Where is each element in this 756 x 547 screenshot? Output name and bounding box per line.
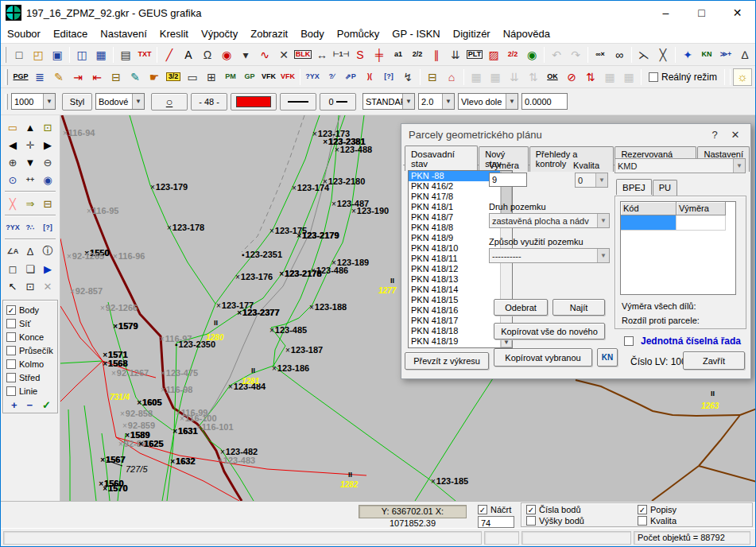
vfk-export-button[interactable]: VFK <box>278 68 297 86</box>
najit-button[interactable]: Najít <box>552 299 605 316</box>
vymera-input[interactable]: 9 <box>489 173 527 187</box>
text-position-combo[interactable]: Vlevo dole▼ <box>458 93 518 110</box>
menu-zobrazit[interactable]: Zobrazit <box>244 25 294 42</box>
snap-body[interactable]: ✓Body <box>6 303 56 316</box>
dialog-title-bar[interactable]: Parcely geometrického plánu ? ✕ <box>401 124 750 145</box>
zoom-in-button[interactable]: ⊕ <box>4 153 21 171</box>
circle-tool-button[interactable]: ◉ <box>217 46 236 64</box>
print-button[interactable]: ▤ <box>116 46 135 64</box>
stretch-tool-button[interactable]: ↔ <box>312 46 331 64</box>
grid-cell-vymera[interactable] <box>677 215 726 231</box>
line-style-button[interactable] <box>280 93 316 111</box>
iskn-export-button[interactable]: ⇤ <box>87 68 107 86</box>
zoom-plus-button[interactable]: ++ <box>21 171 39 188</box>
tab-p-ehledy-a-kontroly[interactable]: Přehledy a kontroly <box>529 146 614 172</box>
prevzit-button[interactable]: Převzít z výkresu <box>405 352 489 370</box>
home-dialog-button[interactable]: ⌂ <box>442 68 461 86</box>
database-button[interactable]: ⊟ <box>107 68 126 86</box>
query-point-button[interactable]: ?∴ <box>21 219 39 236</box>
doc-points-button[interactable]: ≣ <box>30 68 49 86</box>
dialog-tree-button[interactable]: ⊞ <box>202 68 221 86</box>
menu-n-pov-da[interactable]: Nápověda <box>497 25 556 42</box>
menu-editace[interactable]: Editace <box>47 25 94 42</box>
fraction-tool-button[interactable]: 2/2 <box>408 46 427 64</box>
run-action-button[interactable]: ▶ <box>39 260 56 277</box>
symbol-button[interactable]: ○ <box>151 93 188 111</box>
iskn-import-button[interactable]: ⇥ <box>68 68 87 86</box>
table-window-button[interactable]: ▦ <box>91 46 110 64</box>
block-tool-button[interactable]: BLK <box>293 46 312 64</box>
bpej-grid[interactable]: KódVýměra <box>620 201 736 295</box>
parcel-list-item[interactable]: PKN 418/11 <box>409 254 500 264</box>
kn-button[interactable]: KN <box>597 348 618 367</box>
parcel-list-item[interactable]: PKN 417/8 <box>409 192 500 202</box>
delete-marked-button[interactable]: ╳ <box>4 195 21 212</box>
find-point-button[interactable]: ∞ <box>610 46 629 64</box>
snap-střed[interactable]: Střed <box>6 370 56 384</box>
draw-line-button[interactable]: ╱ <box>160 46 179 64</box>
query-yx-button[interactable]: ?YX <box>4 219 21 236</box>
pan-down-button[interactable]: ▼ <box>21 153 39 171</box>
hatch-fill-tool-button[interactable]: ▨ <box>484 46 503 64</box>
pan-up-button[interactable]: ▲ <box>21 118 39 136</box>
zoom-window-button[interactable]: ◉ <box>39 171 56 188</box>
rotate-text-button[interactable]: ∠A <box>4 242 21 260</box>
vfk-hand-button[interactable]: ☛ <box>145 68 164 86</box>
tool-dropdown-button[interactable]: ▾ <box>236 46 255 64</box>
pan-free-button[interactable]: ✛ <box>21 136 39 153</box>
menu-body[interactable]: Body <box>294 25 331 42</box>
parcel-list-item[interactable]: PKN 418/8 <box>409 223 500 233</box>
grid-cell-kod[interactable] <box>621 215 677 231</box>
realny-rezim-checkbox[interactable]: Reálný režim <box>649 72 717 83</box>
doc-edit-button[interactable]: ✎ <box>49 68 68 86</box>
nacrt-number-input[interactable]: 74 <box>478 516 514 528</box>
pan-left-button[interactable]: ◀ <box>4 136 21 153</box>
snap-add-button[interactable]: + <box>11 399 17 411</box>
parcel-list-item[interactable]: PKN 418/7 <box>409 212 500 223</box>
grid-header-vmra[interactable]: Výměra <box>677 202 726 215</box>
angle-input[interactable]: 0.0000 <box>521 93 568 110</box>
globe-tool-button[interactable]: ◉ <box>522 46 541 64</box>
measure-triangle-button[interactable]: ∆ <box>21 242 39 260</box>
line-node-button[interactable]: ↯ <box>398 68 417 86</box>
halve-tool-button[interactable]: 2/2 <box>503 46 522 64</box>
pm-globe-button[interactable]: PM <box>221 68 240 86</box>
menu-digitiz-r[interactable]: Digitizér <box>447 25 497 42</box>
parcel-list-item[interactable]: PKN 418/10 <box>409 243 500 254</box>
intersect-tool-button[interactable]: ✕ <box>274 46 293 64</box>
polyline-tool-button[interactable]: ∿ <box>255 46 274 64</box>
parcel-list-item[interactable]: PKN 418/9 <box>409 233 500 243</box>
zoom-out-button[interactable]: ⊖ <box>39 153 56 171</box>
code-button[interactable]: - 48 - <box>191 93 227 111</box>
tab-pu[interactable]: PU <box>653 180 677 196</box>
point-query-button[interactable]: ?∕ <box>322 68 341 86</box>
up-point-button[interactable]: ⇗P <box>341 68 360 86</box>
help-select-button[interactable]: [?] <box>379 68 398 86</box>
parallel-tool-button[interactable]: ∥ <box>427 46 446 64</box>
vfk-import-button[interactable]: VFK <box>259 68 278 86</box>
query-object-button[interactable]: [?] <box>39 219 56 236</box>
parcel-list-item[interactable]: PKN 418/13 <box>409 274 500 285</box>
grid-header-kd[interactable]: Kód <box>621 202 677 215</box>
parcel-list-item[interactable]: PKN 418/15 <box>409 295 500 305</box>
tip-bulb-button[interactable]: ☼ <box>733 68 752 86</box>
zoom-previous-button[interactable]: ⊙ <box>4 171 21 188</box>
geus-compass-button[interactable]: ✦ <box>678 46 697 64</box>
extend-tool-button[interactable]: ╳ <box>653 46 673 64</box>
line-width-button[interactable]: 0 <box>320 93 356 111</box>
a1-tool-button[interactable]: a1 <box>389 46 408 64</box>
snap-remove-button[interactable]: − <box>27 399 33 411</box>
parcel-list-item[interactable]: PKN 418/16 <box>409 305 500 316</box>
dialog-help-button[interactable]: ? <box>704 129 725 141</box>
cursor-select-button[interactable]: ⊡ <box>21 277 39 295</box>
toolbar-grip[interactable] <box>5 69 8 85</box>
parcel-list-item[interactable]: PKN 418/20 <box>409 347 500 348</box>
swap-updown-button[interactable]: ⇅ <box>581 68 600 86</box>
select-poly-button[interactable]: ❏ <box>21 260 39 277</box>
close-button[interactable]: ✕ <box>719 1 755 25</box>
color-button[interactable] <box>231 93 277 111</box>
txt-export-button[interactable]: TXT <box>135 46 154 64</box>
text-size-combo[interactable]: 2.0▼ <box>418 93 455 110</box>
maximize-button[interactable]: □ <box>684 1 719 25</box>
ok-cancel-button[interactable]: ⊘ <box>562 68 581 86</box>
